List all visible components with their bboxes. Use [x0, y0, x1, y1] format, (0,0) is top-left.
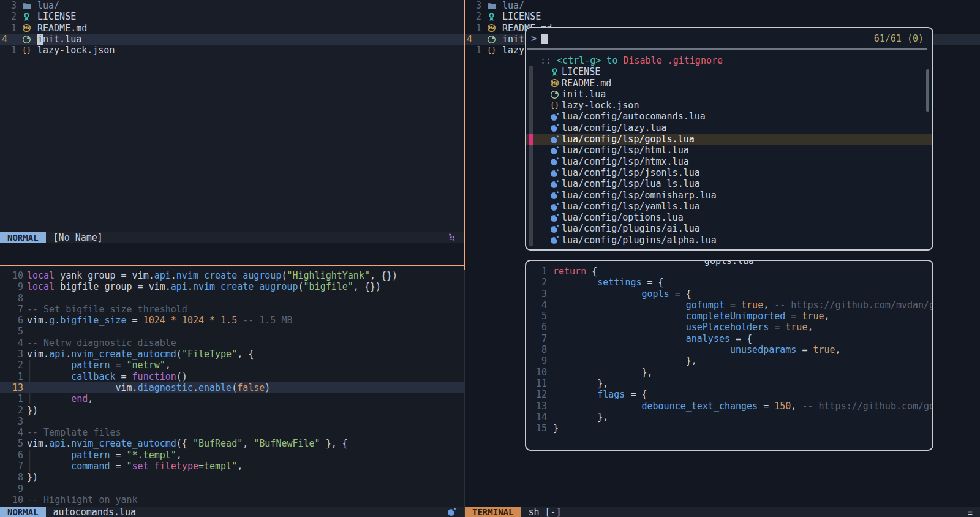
- file-name: lua/config/lsp/yamlls.lua: [562, 201, 700, 212]
- code-line[interactable]: 8: [0, 293, 464, 304]
- lua-file-icon: [550, 157, 559, 166]
- line-number: 9: [0, 483, 27, 494]
- code-token: ,: [237, 461, 243, 472]
- code-token: },: [553, 355, 697, 366]
- file-row[interactable]: 2LICENSE: [0, 11, 464, 22]
- fzf-result[interactable]: lua/config/options.lua: [526, 212, 932, 223]
- fzf-result[interactable]: lua/config/lsp/html.lua: [526, 145, 932, 156]
- fzf-result[interactable]: init.lua: [526, 89, 932, 100]
- file-row[interactable]: 1README.md: [0, 23, 464, 34]
- line-number: 3: [0, 416, 27, 427]
- file-name: lua/config/plugins/alpha.lua: [562, 235, 717, 246]
- code-line[interactable]: 5: [0, 326, 464, 337]
- code-line[interactable]: 6│ pattern = "*.templ",: [0, 450, 464, 461]
- file-row[interactable]: 3lua/: [465, 0, 980, 11]
- fzf-result[interactable]: lua/config/autocomands.lua: [526, 111, 932, 122]
- lua-file-icon: [550, 213, 559, 222]
- code-line[interactable]: 3vim.api.nvim_create_autocmd("FileType",…: [0, 349, 464, 360]
- line-number: 2: [0, 405, 27, 416]
- code-line[interactable]: 1│ callback = function(): [0, 371, 464, 382]
- fzf-result[interactable]: lua/config/lsp/yamlls.lua: [526, 201, 932, 212]
- code-line[interactable]: 10-- Highlight on yank: [0, 494, 464, 505]
- preview-line: 7 analyses = {: [526, 333, 932, 344]
- code-token: *: [209, 315, 215, 326]
- fzf-result-selected[interactable]: lua/config/lsp/gopls.lua: [526, 134, 932, 145]
- code-line[interactable]: 3: [0, 416, 464, 427]
- file-row[interactable]: 3lua/: [0, 0, 464, 11]
- fzf-result[interactable]: LICENSE: [526, 66, 932, 77]
- code-token: ,: [807, 322, 813, 333]
- fzf-prompt-row[interactable]: > 61/61 (0): [526, 28, 932, 47]
- code-line[interactable]: 8}): [0, 472, 464, 483]
- fzf-result[interactable]: {}lazy-lock.json: [526, 100, 932, 111]
- code-line[interactable]: 7-- Set bigfile size threshold: [0, 304, 464, 315]
- line-number: 13: [526, 401, 547, 412]
- code-token: flags: [597, 389, 625, 400]
- window-separator[interactable]: [464, 270, 465, 517]
- fzf-result[interactable]: lua/config/lsp/lua_ls.lua: [526, 178, 932, 189]
- code-line[interactable]: 10local yank_group = vim.api.nvim_create…: [0, 270, 464, 281]
- file-tree-icon: [448, 233, 456, 241]
- json-icon: {}: [550, 100, 560, 111]
- fzf-result[interactable]: lua/config/lsp/jsonls.lua: [526, 167, 932, 178]
- code-token: "*.templ": [127, 450, 176, 461]
- line-number: 8: [0, 293, 27, 304]
- line-number: 4: [465, 34, 481, 45]
- line-number: 1: [0, 371, 27, 382]
- code-token: true: [741, 300, 763, 311]
- code-line[interactable]: 9local bigfile_group = vim.api.nvim_crea…: [0, 281, 464, 292]
- fzf-scrollbar[interactable]: [926, 69, 929, 112]
- fzf-result[interactable]: lua/config/lsp/htmx.lua: [526, 156, 932, 167]
- code-token: -- Highlight on yank: [27, 494, 138, 505]
- file-row[interactable]: 1{}lazy-lock.json: [0, 45, 464, 56]
- code-editor-pane[interactable]: 10local yank_group = vim.api.nvim_create…: [0, 266, 464, 507]
- code-token: =: [110, 450, 126, 461]
- code-token: │: [27, 393, 32, 404]
- json-icon: {}: [22, 45, 32, 56]
- file-row[interactable]: 2LICENSE: [465, 11, 980, 22]
- fzf-result[interactable]: lua/config/lazy.lua: [526, 123, 932, 134]
- file-name: lua/config/lsp/gopls.lua: [562, 134, 695, 145]
- code-token: ,: [835, 344, 841, 355]
- file-row[interactable]: 4init.lua: [0, 34, 464, 45]
- code-token: =: [127, 315, 143, 326]
- file-name: lazy-lock.json: [562, 100, 639, 111]
- code-token: = {: [625, 389, 647, 400]
- line-number: 4: [0, 427, 27, 438]
- line-number: 3: [526, 289, 547, 300]
- fzf-result[interactable]: lua/config/plugins/ai.lua: [526, 223, 932, 234]
- code-line[interactable]: 4-- Template files: [0, 427, 464, 438]
- code-token: true: [785, 322, 807, 333]
- fzf-result[interactable]: README.md: [526, 78, 932, 89]
- code-line[interactable]: 4-- Netrw diagnostic disable: [0, 338, 464, 349]
- code-token: , {}): [353, 281, 381, 292]
- file-explorer-pane-left[interactable]: 3lua/2LICENSE1README.md4init.lua1{}lazy-…: [0, 0, 464, 232]
- code-line[interactable]: 2│ pattern = "netrw",: [0, 360, 464, 371]
- code-token: .: [171, 270, 176, 281]
- code-token: settings: [597, 277, 641, 288]
- code-line[interactable]: 9: [0, 483, 464, 494]
- code-line[interactable]: 13 vim.diagnostic.enable(false): [0, 382, 464, 393]
- code-token: [215, 315, 221, 326]
- code-token: │: [27, 360, 32, 371]
- code-line[interactable]: 7│ command = "set filetype=templ",: [0, 461, 464, 472]
- code-token: pattern: [71, 450, 110, 461]
- fzf-result[interactable]: lua/config/lsp/omnisharp.lua: [526, 190, 932, 201]
- code-line[interactable]: 5vim.api.nvim_create_autocmd({ "BufRead"…: [0, 438, 464, 449]
- code-line[interactable]: 2}): [0, 405, 464, 416]
- code-token: analyses: [686, 333, 730, 344]
- code-token: (: [298, 281, 304, 292]
- line-number: 2: [0, 11, 17, 22]
- line-number: 14: [526, 412, 547, 423]
- fzf-result[interactable]: lua/config/plugins/alpha.lua: [526, 235, 932, 246]
- code-token: = {: [669, 289, 692, 300]
- code-line[interactable]: 1│ end,: [0, 393, 464, 404]
- lua-file-icon: [447, 507, 456, 516]
- code-token: to: [601, 55, 623, 66]
- code-token: -- 1.5 MB: [237, 315, 292, 326]
- statusline-explorer: NORMAL [No Name]: [0, 232, 464, 243]
- code-token: [553, 333, 686, 344]
- file-name: lua/config/lsp/htmx.lua: [562, 156, 689, 167]
- code-line[interactable]: 6vim.g.bigfile_size = 1024 * 1024 * 1.5 …: [0, 315, 464, 326]
- line-number: 7: [0, 304, 27, 315]
